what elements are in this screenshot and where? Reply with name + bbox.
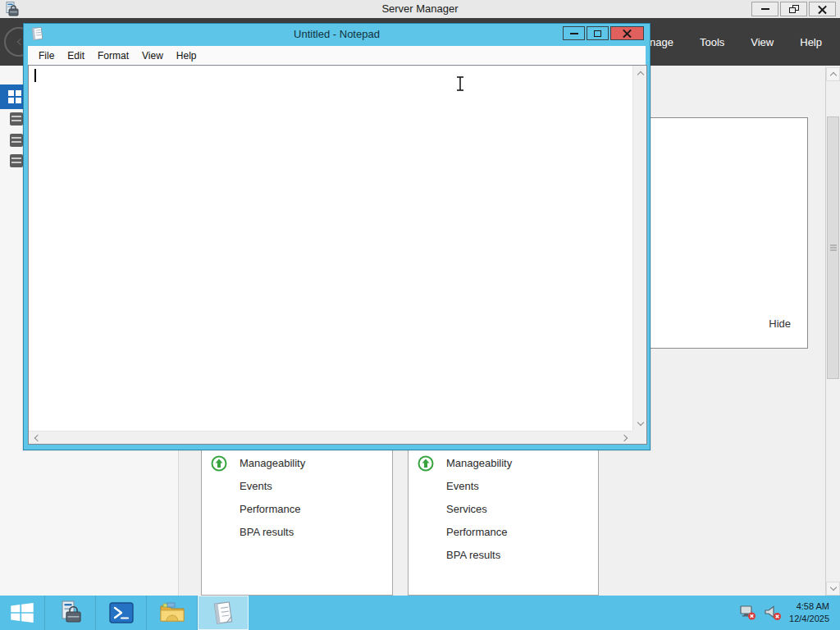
notepad-vertical-scrollbar[interactable]: [632, 66, 646, 431]
taskbar-server-manager-button[interactable]: [45, 596, 96, 630]
notepad-minimize-button[interactable]: [563, 26, 585, 40]
tile-row: BPA results: [202, 521, 392, 544]
minimize-icon: [570, 33, 578, 34]
scroll-up-button[interactable]: [633, 67, 647, 79]
scroll-down-button[interactable]: [633, 418, 647, 429]
network-status-icon[interactable]: [740, 605, 756, 620]
sm-close-button[interactable]: [809, 2, 836, 16]
tile-row: Events: [202, 475, 392, 498]
sm-restore-button[interactable]: [780, 2, 807, 16]
taskbar-clock[interactable]: 4:58 AM 12/4/2025: [789, 600, 829, 625]
chevron-right-icon: [620, 434, 627, 441]
server-manager-menu: Manage Tools View Help: [635, 18, 822, 66]
notepad-menu-file[interactable]: File: [32, 50, 61, 62]
notepad-menu-help[interactable]: Help: [170, 50, 203, 62]
ibeam-cursor: [454, 75, 466, 92]
tile-row: Manageability: [202, 452, 392, 475]
chevron-up-icon: [637, 71, 643, 77]
scrollbar-thumb[interactable]: [827, 116, 839, 379]
tile-title[interactable]: Manageability: [240, 457, 305, 469]
file-storage-services-icon[interactable]: [10, 154, 23, 167]
tile-link[interactable]: Services: [446, 503, 487, 515]
notepad-window: Untitled - Notepad File Edit Format View…: [23, 23, 651, 450]
tile-link[interactable]: Performance: [240, 503, 300, 515]
tile-title[interactable]: Manageability: [446, 457, 512, 469]
sm-vertical-scrollbar[interactable]: [825, 67, 840, 596]
scroll-down-button[interactable]: [826, 582, 840, 596]
chevron-up-icon: [829, 72, 836, 79]
scroll-left-button[interactable]: [30, 431, 42, 444]
green-up-arrow-icon: [211, 455, 227, 472]
taskbar-explorer-button[interactable]: [147, 596, 198, 630]
volume-status-icon[interactable]: [764, 605, 782, 621]
notepad-menubar: File Edit Format View Help: [28, 46, 646, 65]
menu-help[interactable]: Help: [800, 36, 822, 48]
chevron-down-icon: [637, 418, 643, 425]
menu-view[interactable]: View: [751, 36, 774, 48]
notepad-icon: [212, 600, 235, 625]
tile-row: Manageability: [409, 452, 598, 475]
green-up-arrow-icon: [418, 455, 434, 472]
tile-row: Performance: [409, 521, 598, 544]
tile-link[interactable]: BPA results: [240, 526, 294, 538]
close-icon: [818, 5, 827, 14]
tile-link[interactable]: Performance: [446, 526, 507, 538]
close-icon: [623, 29, 632, 38]
clock-time: 4:58 AM: [789, 600, 829, 613]
notepad-menu-view[interactable]: View: [135, 50, 170, 62]
notepad-menu-edit[interactable]: Edit: [61, 50, 91, 62]
notepad-close-button[interactable]: [610, 26, 644, 40]
notepad-editor[interactable]: [29, 66, 632, 431]
maximize-icon: [594, 30, 601, 37]
local-server-icon[interactable]: [10, 112, 23, 126]
notepad-window-title: Untitled - Notepad: [24, 24, 650, 44]
taskbar: 4:58 AM 12/4/2025: [0, 596, 840, 630]
notepad-maximize-button[interactable]: [587, 26, 609, 40]
server-manager-icon: [58, 600, 83, 625]
powershell-icon: [109, 602, 134, 623]
tile-row: BPA results: [409, 544, 598, 567]
tile-link[interactable]: Events: [240, 480, 272, 492]
menu-tools[interactable]: Tools: [700, 36, 724, 48]
tile-row: Events: [409, 475, 598, 498]
desktop: Server Manager Manage Tools View Help: [0, 0, 840, 630]
notepad-client-area: [28, 65, 647, 445]
scroll-right-button[interactable]: [619, 431, 631, 444]
scroll-up-button[interactable]: [826, 67, 840, 81]
tile-link[interactable]: BPA results: [446, 549, 500, 561]
sm-minimize-button[interactable]: [751, 2, 778, 16]
file-explorer-icon: [159, 601, 185, 624]
scrollbar-grip-icon: [830, 244, 837, 253]
chevron-left-icon: [34, 434, 40, 441]
hide-button[interactable]: Hide: [769, 317, 791, 330]
chevron-down-icon: [829, 584, 836, 591]
taskbar-powershell-button[interactable]: [96, 596, 147, 630]
taskbar-notepad-button[interactable]: [198, 596, 249, 630]
minimize-icon: [761, 8, 769, 10]
notepad-titlebar[interactable]: Untitled - Notepad: [24, 24, 650, 44]
restore-icon: [789, 5, 799, 13]
tile-row: Services: [409, 498, 598, 521]
tile-link[interactable]: Events: [446, 480, 479, 492]
windows-logo-icon: [11, 603, 34, 623]
text-caret: [34, 69, 36, 82]
tile-row: Performance: [202, 498, 392, 521]
system-tray: 4:58 AM 12/4/2025: [740, 596, 840, 630]
notepad-menu-format[interactable]: Format: [91, 50, 135, 62]
server-manager-window-title: Server Manager: [0, 0, 840, 18]
notepad-horizontal-scrollbar[interactable]: [29, 431, 632, 444]
resize-grip[interactable]: [632, 431, 646, 444]
server-manager-titlebar[interactable]: Server Manager: [0, 0, 840, 18]
all-servers-icon[interactable]: [10, 134, 23, 147]
dashboard-icon: [8, 90, 21, 103]
clock-date: 12/4/2025: [789, 613, 829, 625]
start-button[interactable]: [0, 596, 45, 630]
